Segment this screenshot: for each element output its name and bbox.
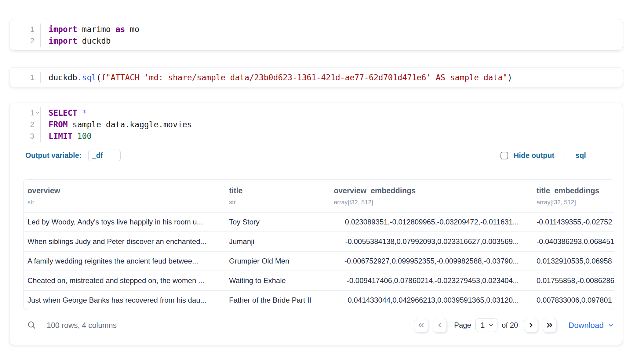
column-header-title_embeddings[interactable]: title_embeddingsarray[f32, 512]	[533, 186, 614, 206]
search-button[interactable]	[27, 321, 36, 330]
next-page-button[interactable]	[524, 318, 538, 333]
table-row[interactable]: Led by Woody, Andy's toys live happily i…	[24, 212, 614, 231]
code-line: 3LIMIT 100	[9, 130, 623, 142]
table-cell: When siblings Judy and Peter discover an…	[24, 237, 226, 246]
column-header-overview[interactable]: overviewstr	[24, 186, 226, 206]
code-text: import marimo as mo	[41, 24, 139, 35]
line-number: 1	[9, 107, 41, 119]
line-number: 2	[9, 35, 41, 47]
chevron-left-icon	[435, 321, 444, 329]
line-number: 1	[9, 24, 41, 35]
code-editor-imports[interactable]: 1import marimo as mo2import duckdb	[9, 19, 623, 50]
table-cell: -0.009417406,0.07860214,-0.023279453,0.0…	[330, 276, 533, 285]
cell-output-area: overviewstrtitlestroverview_embeddingsar…	[9, 165, 623, 333]
page-select-value: 1	[481, 321, 485, 329]
column-dtype: array[f32, 512]	[537, 199, 614, 206]
first-page-button[interactable]	[414, 318, 428, 333]
language-badge: sql	[575, 151, 586, 160]
table-cell: 0.01755858,-0.0086286	[533, 276, 614, 285]
table-cell: -0.011439355,-0.02752	[533, 218, 614, 226]
line-number: 1	[9, 72, 41, 83]
table-cell: -0.040386293,0.068451	[533, 237, 614, 246]
dataframe-table: overviewstrtitlestroverview_embeddingsar…	[23, 179, 614, 310]
table-footer: 100 rows, 4 columns Page 1	[23, 318, 614, 333]
chevrons-right-icon	[545, 321, 554, 329]
chevrons-left-icon	[417, 321, 425, 329]
table-header-row: overviewstrtitlestroverview_embeddingsar…	[24, 180, 614, 212]
code-line: 1duckdb.sql(f"ATTACH 'md:_share/sample_d…	[9, 72, 623, 83]
table-cell: A family wedding reignites the ancient f…	[24, 257, 226, 265]
notebook-cell-attach: 1duckdb.sql(f"ATTACH 'md:_share/sample_d…	[9, 67, 623, 87]
table-cell: Just when George Banks has recovered fro…	[24, 296, 226, 304]
table-row[interactable]: A family wedding reignites the ancient f…	[24, 251, 614, 271]
column-name: title	[229, 186, 330, 195]
table-cell: Cheated on, mistreated and stepped on, t…	[24, 276, 226, 285]
column-name: title_embeddings	[537, 186, 614, 195]
column-name: overview_embeddings	[334, 186, 533, 195]
chevron-down-icon	[488, 322, 494, 328]
column-dtype: str	[229, 199, 330, 206]
column-dtype: str	[27, 199, 226, 206]
code-text: FROM sample_data.kaggle.movies	[41, 119, 192, 130]
table-cell: 0.007833006,0.097801	[533, 296, 614, 304]
sql-cell-toolbar: Output variable: Hide output sql	[9, 146, 623, 165]
column-name: overview	[27, 186, 226, 195]
row-count-summary: 100 rows, 4 columns	[47, 321, 117, 330]
table-cell: Led by Woody, Andy's toys live happily i…	[24, 218, 226, 226]
table-cell: Waiting to Exhale	[226, 276, 330, 285]
code-text: import duckdb	[41, 35, 111, 47]
table-cell: -0.0055384138,0.07992093,0.023316627,0.0…	[330, 237, 533, 246]
output-variable-label: Output variable:	[25, 151, 82, 160]
code-editor-sql[interactable]: 1SELECT *2FROM sample_data.kaggle.movies…	[9, 103, 623, 146]
chevron-down-icon	[607, 322, 614, 329]
hide-output-label: Hide output	[514, 151, 554, 160]
table-cell: Jumanji	[226, 237, 330, 246]
total-pages-label: of 20	[502, 321, 518, 329]
notebook-cell-imports: 1import marimo as mo2import duckdb	[9, 19, 623, 51]
line-number: 2	[9, 119, 41, 130]
last-page-button[interactable]	[543, 318, 557, 333]
code-text: SELECT *	[41, 107, 87, 119]
page-select[interactable]: 1	[475, 318, 497, 332]
column-header-overview_embeddings[interactable]: overview_embeddingsarray[f32, 512]	[330, 186, 533, 206]
code-text: duckdb.sql(f"ATTACH 'md:_share/sample_da…	[41, 72, 512, 83]
download-button[interactable]: Download	[568, 321, 614, 330]
line-number: 3	[9, 130, 41, 142]
code-line: 2import duckdb	[9, 35, 623, 47]
table-row[interactable]: Cheated on, mistreated and stepped on, t…	[24, 271, 614, 290]
table-cell: -0.006752927,0.099952355,-0.009982588,-0…	[330, 257, 533, 265]
code-editor-attach[interactable]: 1duckdb.sql(f"ATTACH 'md:_share/sample_d…	[9, 67, 623, 87]
table-row[interactable]: When siblings Judy and Peter discover an…	[24, 231, 614, 251]
table-cell: Toy Story	[226, 218, 330, 226]
hide-output-checkbox[interactable]	[500, 152, 508, 159]
code-line: 2FROM sample_data.kaggle.movies	[9, 119, 623, 130]
table-cell: 0.023089351,-0.012809965,-0.03209472,-0.…	[330, 218, 533, 226]
code-line: 1SELECT *	[9, 107, 623, 119]
previous-page-button[interactable]	[433, 318, 447, 333]
code-text: LIMIT 100	[41, 130, 92, 142]
column-dtype: array[f32, 512]	[334, 199, 533, 206]
pagination: Page 1 of 20	[414, 318, 614, 333]
table-cell: 0.041433044,0.042966213,0.0039591365,0.0…	[330, 296, 533, 304]
download-label: Download	[568, 321, 604, 330]
table-cell: Grumpier Old Men	[226, 257, 330, 265]
hide-output-group: Hide output	[500, 151, 554, 160]
code-line: 1import marimo as mo	[9, 24, 623, 35]
search-icon	[27, 321, 36, 330]
column-header-title[interactable]: titlestr	[226, 186, 330, 206]
output-variable-input[interactable]	[88, 150, 121, 161]
toolbar-divider	[565, 149, 565, 162]
table-cell: Father of the Bride Part II	[226, 296, 330, 304]
fold-chevron-icon[interactable]	[35, 111, 40, 115]
page-label: Page	[454, 321, 471, 329]
chevron-right-icon	[527, 321, 535, 329]
table-cell: 0.0132910535,0.06958	[533, 257, 614, 265]
table-row[interactable]: Just when George Banks has recovered fro…	[24, 290, 614, 310]
notebook-cell-sql: 1SELECT *2FROM sample_data.kaggle.movies…	[9, 103, 623, 345]
